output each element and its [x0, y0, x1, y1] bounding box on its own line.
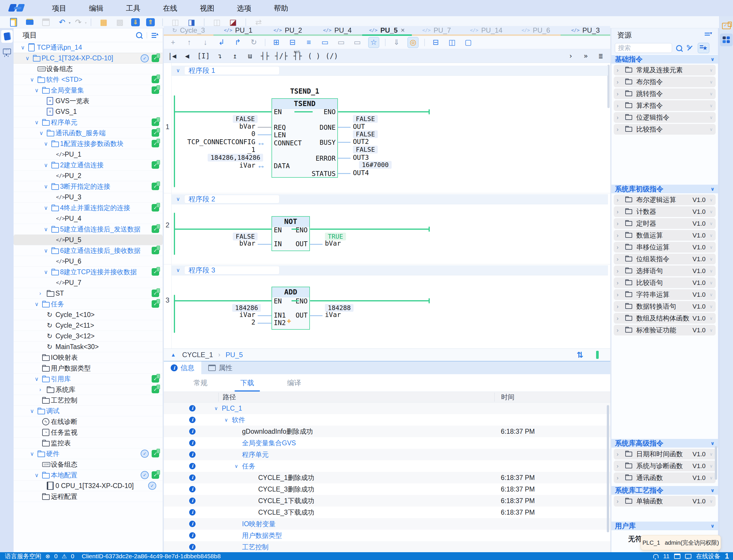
error-icon[interactable]: ⊗ — [45, 553, 50, 560]
chevron-right-icon[interactable]: › — [617, 268, 625, 274]
menu-item[interactable]: 帮助 — [271, 2, 291, 14]
tree-item[interactable]: ∨ 8建立TCP连接并接收数据 ✓ ✓ — [14, 267, 163, 277]
tree-item[interactable]: 设备组态 ✓ ✓ — [14, 459, 163, 470]
tree-item[interactable]: ∨ 全局变量集 ✓ ✓ — [14, 85, 163, 96]
tree-item[interactable]: ∨ 5建立通信连接后_发送数据 ✓ ✓ — [14, 224, 163, 235]
move-down-icon[interactable]: ↓ — [200, 37, 211, 48]
operand[interactable]: 2 — [193, 318, 255, 326]
instruction-folder[interactable]: › 数值运算V1.0∨ — [614, 230, 716, 241]
contact-nc-icon[interactable]: ┤/├ — [275, 51, 287, 61]
info-scrollbar[interactable] — [607, 405, 609, 532]
chevron-right-icon[interactable]: › — [617, 303, 625, 310]
tree-item[interactable]: ∨ TCP通讯pn_14 ✓ ✓ — [14, 42, 163, 53]
coil-negated-icon[interactable]: (/) — [326, 51, 338, 61]
version-dropdown-icon[interactable]: ∨ — [710, 463, 713, 469]
undo-icon[interactable]: ↶ — [57, 17, 67, 27]
log-row[interactable]: i CYCLE_3下载成功 6:18:37 PM — [164, 507, 610, 518]
chevron-down-icon[interactable]: ∨ — [710, 523, 715, 529]
menu-item[interactable]: 视图 — [197, 2, 217, 14]
group-header[interactable]: 系统库高级指令∨ — [611, 439, 718, 448]
info-subtab[interactable]: 下载 — [239, 374, 256, 392]
tree-item[interactable]: Cycle_1<10> ✓ ✓ — [14, 309, 163, 320]
online-device-status-icon[interactable] — [720, 20, 733, 32]
version-dropdown-icon[interactable]: ∨ — [710, 91, 713, 97]
instruction-folder[interactable]: › 选择语句V1.0∨ — [614, 266, 716, 276]
chevron-right-icon[interactable]: › — [617, 315, 625, 322]
group-header[interactable]: 系统库工艺指令∨ — [611, 486, 718, 495]
operand[interactable]: iVar — [193, 162, 255, 169]
operand[interactable]: bVar — [325, 240, 341, 247]
refresh-icon[interactable]: ↻ — [249, 37, 259, 48]
tree-item[interactable]: GVS一览表 ✓ ✓ — [14, 96, 163, 106]
chevron-down-icon[interactable]: ∨ — [176, 196, 184, 202]
menu-item[interactable]: 编辑 — [86, 2, 106, 14]
version-dropdown-icon[interactable]: ∨ — [710, 115, 713, 120]
tree-item[interactable]: PU_1 ✓ ✓ — [14, 149, 163, 160]
insert-box-icon[interactable]: [I] — [197, 51, 210, 61]
operand[interactable]: OUT — [353, 123, 365, 130]
sort-icon[interactable] — [705, 32, 712, 38]
instruction-folder[interactable]: › 比较语句V1.0∨ — [614, 277, 716, 288]
tree-item[interactable]: PU_7 ✓ ✓ — [14, 277, 163, 288]
go-next-icon[interactable]: › — [566, 51, 576, 61]
online-device-count[interactable]: 1 — [725, 552, 729, 560]
network-header[interactable]: ∨ 程序段 3 — [172, 265, 608, 275]
chevron-icon[interactable]: ∨ — [30, 450, 38, 457]
collapse-filter-icon[interactable] — [152, 32, 159, 38]
online-monitor-icon[interactable]: ◫ — [212, 17, 222, 27]
instruction-folder[interactable]: › 位逻辑指令∨ — [614, 112, 716, 123]
redo-icon[interactable]: ↷ — [73, 17, 83, 27]
version-dropdown-icon[interactable]: ∨ — [710, 209, 713, 214]
chevron-right-icon[interactable]: › — [617, 232, 625, 239]
tree-item[interactable]: Cycle_2<11> ✓ ✓ — [14, 320, 163, 331]
tree-item[interactable]: Cycle_3<12> ✓ ✓ — [14, 331, 163, 342]
tree-item[interactable]: 用户数据类型 ✓ ✓ — [14, 363, 163, 374]
coil-icon[interactable]: ( ) — [308, 51, 320, 61]
window-icon[interactable] — [674, 554, 680, 559]
version-dropdown-icon[interactable]: ∨ — [710, 197, 713, 203]
separator[interactable] — [91, 18, 91, 26]
log-row[interactable]: i 工艺控制 — [164, 541, 610, 552]
chevron-down-icon[interactable]: ∨ — [176, 67, 184, 74]
ladder-settings-icon[interactable]: ≣ — [596, 51, 606, 61]
add-element-icon[interactable]: + — [168, 37, 178, 48]
column-time[interactable]: 时间 — [494, 393, 514, 402]
separator[interactable] — [204, 18, 205, 26]
log-row[interactable]: i ∨ PLC_1 — [164, 403, 610, 414]
upload-icon[interactable]: ⇑ — [146, 18, 155, 26]
chevron-right-icon[interactable]: › — [617, 220, 625, 227]
version-dropdown-icon[interactable]: ∨ — [710, 268, 713, 274]
notifications-bell-icon[interactable] — [653, 554, 658, 558]
chevron-down-icon[interactable]: ∨ — [710, 186, 715, 192]
tree-item[interactable]: ∨ 引用库 ✓ ✓ — [14, 374, 163, 384]
chevron-icon[interactable]: ∨ — [35, 472, 42, 479]
version-dropdown-icon[interactable]: ∨ — [710, 475, 713, 481]
edge-detect-icon[interactable]: ɯ — [245, 51, 255, 61]
comment-delete-icon[interactable]: ▭ — [352, 37, 363, 48]
chevron-icon[interactable]: ∨ — [44, 140, 51, 147]
error-count[interactable]: 0 — [54, 553, 58, 560]
network-list-icon[interactable]: ≡ — [304, 37, 314, 48]
tree-item[interactable]: PU_4 ✓ ✓ — [14, 213, 163, 224]
chevron-icon[interactable]: ∨ — [44, 162, 51, 168]
contact-icon[interactable]: ┤├ — [260, 51, 270, 61]
chevron-right-icon[interactable]: › — [617, 474, 625, 481]
go-prev-icon[interactable]: ◀ — [182, 51, 192, 61]
editor-tab[interactable]: PU_7 — [412, 26, 461, 36]
group-header[interactable]: 用户库∨ — [611, 522, 718, 530]
compile-icon[interactable]: ▦ — [99, 17, 109, 27]
separator[interactable] — [424, 39, 425, 46]
group-header[interactable]: 基础指令∨ — [611, 55, 718, 64]
log-row[interactable]: i 程序单元 — [164, 449, 610, 460]
version-dropdown-icon[interactable]: ∨ — [710, 292, 713, 297]
comment-display-icon[interactable]: ▭ — [320, 37, 330, 48]
project-explorer-icon[interactable] — [1, 30, 13, 43]
chevron-icon[interactable]: ∨ — [35, 376, 42, 382]
chevron-icon[interactable]: ∨ — [30, 408, 38, 414]
chevron-icon[interactable]: ∨ — [21, 44, 28, 51]
chevron-icon[interactable]: ∨ — [35, 87, 42, 94]
warning-icon[interactable]: ⚠ — [62, 553, 67, 560]
tree-item[interactable]: ∨ 本地配置 ✓ ✓ — [14, 470, 163, 481]
chevron-right-icon[interactable]: › — [617, 498, 625, 505]
version-dropdown-icon[interactable]: ∨ — [710, 79, 713, 85]
